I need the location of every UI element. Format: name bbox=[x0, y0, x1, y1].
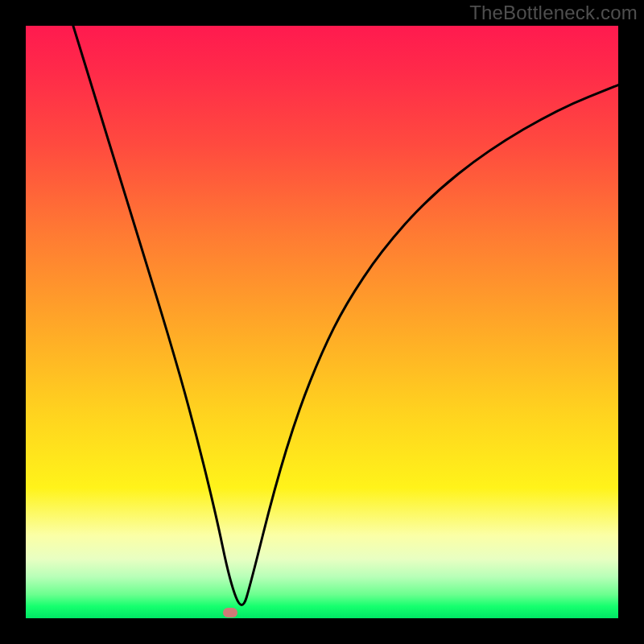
bottleneck-curve bbox=[26, 26, 618, 618]
chart-frame: TheBottleneck.com bbox=[0, 0, 644, 644]
watermark-text: TheBottleneck.com bbox=[469, 2, 638, 24]
plot-area bbox=[26, 26, 618, 618]
